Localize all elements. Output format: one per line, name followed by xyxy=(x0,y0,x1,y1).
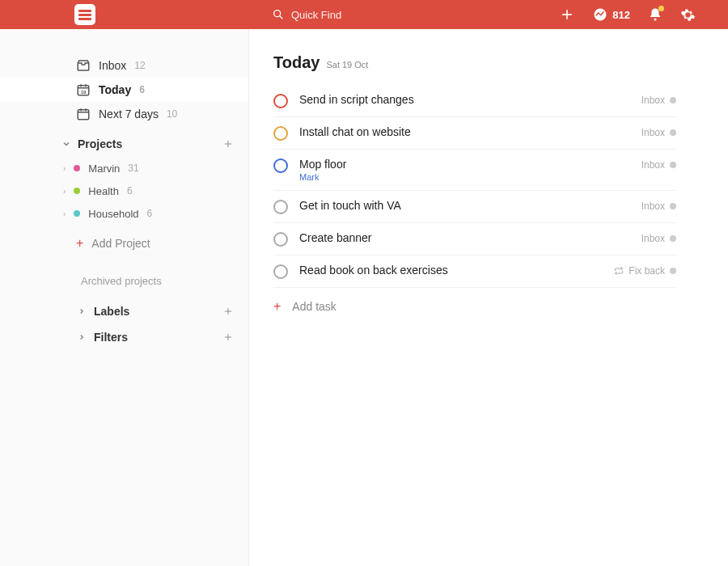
notifications-icon[interactable] xyxy=(648,7,662,22)
project-item-household[interactable]: ›Household6 xyxy=(0,202,248,225)
task-row[interactable]: Read book on back exercisesFix back xyxy=(273,256,676,288)
task-meta: Inbox xyxy=(641,159,676,171)
sidebar-item-next-7-days[interactable]: Next 7 days10 xyxy=(0,102,248,126)
page-title: Today xyxy=(273,53,320,72)
task-checkbox[interactable] xyxy=(273,158,288,173)
svg-point-0 xyxy=(274,11,281,17)
sidebar-item-count: 12 xyxy=(134,60,145,71)
settings-icon[interactable] xyxy=(680,7,696,23)
labels-section-header[interactable]: Labels xyxy=(0,298,248,324)
sidebar: Inbox1219Today6Next 7 days10 Projects ›M… xyxy=(0,29,249,566)
today-icon: 19 xyxy=(76,82,91,97)
archived-projects-link[interactable]: Archived projects xyxy=(0,275,248,287)
project-color-dot xyxy=(74,188,80,194)
project-name: Household xyxy=(88,208,138,220)
search-placeholder: Quick Find xyxy=(291,9,341,21)
filters-section-header[interactable]: Filters xyxy=(0,324,248,350)
project-color-dot xyxy=(670,129,676,136)
filters-title: Filters xyxy=(94,331,128,344)
sidebar-item-count: 6 xyxy=(139,84,145,95)
add-task-button[interactable]: + Add task xyxy=(273,288,676,325)
chevron-right-icon xyxy=(78,307,86,315)
project-item-marvin[interactable]: ›Marvin31 xyxy=(0,157,248,180)
quick-add-icon[interactable] xyxy=(559,6,575,23)
chevron-down-icon xyxy=(61,139,71,149)
task-title: Install chat on website xyxy=(299,125,630,138)
task-project-label: Fix back xyxy=(629,265,665,277)
project-color-dot xyxy=(74,165,80,171)
add-label-icon[interactable] xyxy=(222,306,234,317)
project-color-dot xyxy=(670,268,676,274)
sidebar-item-label: Next 7 days xyxy=(99,108,159,120)
svg-line-1 xyxy=(280,16,282,19)
task-row[interactable]: Send in script changesInbox xyxy=(273,85,676,117)
task-meta: Inbox xyxy=(641,233,676,244)
sidebar-item-today[interactable]: 19Today6 xyxy=(0,78,248,102)
task-meta: Fix back xyxy=(614,265,676,277)
task-row[interactable]: Create bannerInbox xyxy=(273,223,676,256)
task-project-label: Inbox xyxy=(641,95,665,106)
task-row[interactable]: Install chat on websiteInbox xyxy=(273,117,676,150)
chevron-right-icon: › xyxy=(63,187,66,196)
add-project-label: Add Project xyxy=(91,237,150,250)
chevron-right-icon xyxy=(78,333,86,341)
task-row[interactable]: Get in touch with VAInbox xyxy=(273,191,676,223)
project-color-dot xyxy=(670,97,676,103)
task-row[interactable]: Mop floorMarkInbox xyxy=(273,150,676,191)
svg-text:19: 19 xyxy=(81,90,87,95)
project-color-dot xyxy=(74,210,80,217)
search-icon xyxy=(272,8,285,21)
projects-section-header[interactable]: Projects xyxy=(0,131,248,157)
sidebar-item-count: 10 xyxy=(167,108,177,120)
task-project-label: Inbox xyxy=(641,159,665,171)
project-count: 6 xyxy=(147,208,153,219)
project-name: Health xyxy=(88,185,119,197)
header-actions: 812 xyxy=(559,6,696,23)
task-project-label: Inbox xyxy=(641,127,665,138)
page-date: Sat 19 Oct xyxy=(326,60,368,70)
plus-icon: + xyxy=(273,299,281,314)
svg-point-5 xyxy=(654,19,657,21)
task-assignee: Mark xyxy=(299,172,630,182)
add-project-button[interactable]: + Add Project xyxy=(0,230,248,257)
next7-icon xyxy=(76,107,91,121)
svg-rect-11 xyxy=(78,110,89,120)
project-count: 6 xyxy=(127,185,133,196)
karma-icon xyxy=(593,7,607,22)
search-area[interactable]: Quick Find xyxy=(272,8,341,21)
sidebar-item-label: Today xyxy=(99,83,131,96)
sidebar-item-inbox[interactable]: Inbox12 xyxy=(0,53,248,78)
project-item-health[interactable]: ›Health6 xyxy=(0,180,248,202)
task-checkbox[interactable] xyxy=(273,200,288,214)
project-color-dot xyxy=(670,235,676,242)
task-title: Send in script changes xyxy=(299,93,630,106)
labels-title: Labels xyxy=(94,305,129,318)
task-title: Create banner xyxy=(299,231,630,244)
karma-points: 812 xyxy=(612,9,630,21)
karma-score[interactable]: 812 xyxy=(593,7,630,22)
project-name: Marvin xyxy=(88,163,120,175)
app-logo[interactable] xyxy=(74,4,95,25)
task-title: Mop floor xyxy=(299,158,630,171)
task-meta: Inbox xyxy=(641,127,676,138)
task-checkbox[interactable] xyxy=(273,94,288,108)
plus-icon: + xyxy=(76,236,83,251)
projects-title: Projects xyxy=(78,137,122,150)
sidebar-item-label: Inbox xyxy=(99,59,126,72)
task-checkbox[interactable] xyxy=(273,264,288,279)
task-checkbox[interactable] xyxy=(273,232,288,247)
recurring-icon xyxy=(614,266,624,276)
page-title-row: Today Sat 19 Oct xyxy=(273,53,676,72)
inbox-icon xyxy=(76,58,91,73)
add-task-label: Add task xyxy=(292,300,336,313)
add-filter-icon[interactable] xyxy=(222,332,234,343)
task-checkbox[interactable] xyxy=(273,126,288,141)
project-color-dot xyxy=(670,203,676,209)
app-header: Quick Find 812 xyxy=(0,0,728,29)
add-project-icon[interactable] xyxy=(222,138,234,150)
task-meta: Inbox xyxy=(641,201,676,212)
task-title: Get in touch with VA xyxy=(299,199,630,212)
project-count: 31 xyxy=(128,163,138,174)
chevron-right-icon: › xyxy=(63,209,66,218)
main-content: Today Sat 19 Oct Send in script changesI… xyxy=(249,29,728,566)
